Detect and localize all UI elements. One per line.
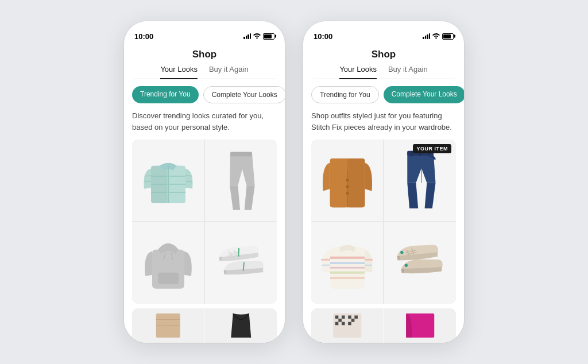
description-2: Shop outfits styled just for you featuri… bbox=[311, 110, 456, 133]
sweater-svg bbox=[319, 230, 376, 296]
leggings-svg bbox=[212, 148, 270, 213]
description-1: Discover trending looks curated for you,… bbox=[132, 110, 277, 133]
svg-rect-61 bbox=[338, 319, 342, 322]
peek-magenta-svg bbox=[395, 313, 446, 338]
svg-rect-14 bbox=[230, 152, 252, 157]
status-time-2: 10:00 bbox=[314, 32, 332, 41]
product-item-coat[interactable] bbox=[311, 140, 383, 221]
svg-rect-60 bbox=[342, 316, 345, 319]
svg-rect-16 bbox=[158, 273, 179, 284]
product-grid-1 bbox=[132, 140, 277, 304]
svg-rect-49 bbox=[322, 265, 330, 266]
phone-header-2: Shop Your Looks Buy it Again bbox=[303, 47, 464, 79]
jacket-svg bbox=[140, 148, 197, 213]
svg-rect-45 bbox=[330, 267, 365, 269]
tab-buy-again-1[interactable]: Buy it Again bbox=[209, 65, 249, 79]
signal-icon-2 bbox=[423, 33, 430, 39]
shop-title-1: Shop bbox=[133, 47, 276, 65]
product-item-jacket[interactable] bbox=[132, 140, 204, 221]
phone-1: 10:00 Shop Your Looks bbox=[124, 21, 285, 343]
svg-rect-32 bbox=[347, 158, 365, 207]
shop-title-2: Shop bbox=[312, 47, 455, 65]
filter-pills-2: Trending for You Complete Your Looks bbox=[311, 86, 456, 103]
peek-tank-svg bbox=[216, 313, 266, 338]
signal-icon bbox=[243, 33, 251, 39]
coat-svg bbox=[319, 148, 376, 213]
hoodie-svg bbox=[140, 230, 197, 296]
svg-rect-65 bbox=[335, 322, 339, 326]
wifi-icon bbox=[253, 33, 261, 39]
svg-rect-31 bbox=[330, 158, 347, 207]
phone-header-1: Shop Your Looks Buy it Again bbox=[124, 47, 285, 79]
bottom-peek-2 bbox=[311, 308, 456, 343]
pill-complete-1[interactable]: Complete Your Looks bbox=[203, 86, 285, 103]
tab-buy-again-2[interactable]: Buy it Again bbox=[388, 65, 428, 79]
pill-complete-2[interactable]: Complete Your Looks bbox=[384, 86, 464, 103]
status-bar-1: 10:00 bbox=[124, 21, 285, 47]
battery-icon bbox=[263, 33, 274, 40]
product-card-2: YOUR ITEM bbox=[311, 140, 456, 304]
peek-item-black bbox=[205, 308, 277, 343]
svg-rect-48 bbox=[321, 259, 330, 261]
svg-rect-67 bbox=[348, 322, 351, 326]
jeans-svg bbox=[392, 148, 449, 213]
phone-content-1: Trending for You Complete Your Looks Dis… bbox=[124, 79, 285, 343]
peek-jacket-svg bbox=[143, 313, 194, 338]
product-item-sneakers[interactable] bbox=[205, 222, 277, 304]
tab-your-looks-2[interactable]: Your Looks bbox=[339, 65, 377, 79]
peek-item-houndstooth bbox=[311, 308, 383, 343]
peek-item-magenta bbox=[384, 308, 456, 343]
sneakers2-svg bbox=[392, 230, 449, 296]
product-card-1 bbox=[132, 140, 277, 304]
bottom-peek-1 bbox=[132, 308, 277, 343]
svg-rect-62 bbox=[348, 316, 351, 319]
phone-content-2: Trending for You Complete Your Looks Sho… bbox=[303, 79, 464, 343]
svg-rect-63 bbox=[354, 316, 358, 319]
pill-trending-1[interactable]: Trending for You bbox=[132, 86, 199, 103]
sneakers-svg bbox=[212, 230, 270, 296]
svg-rect-44 bbox=[330, 262, 365, 264]
svg-rect-51 bbox=[365, 265, 372, 266]
svg-rect-64 bbox=[351, 319, 355, 322]
product-grid-2 bbox=[311, 140, 456, 304]
svg-rect-59 bbox=[335, 316, 339, 319]
svg-rect-47 bbox=[330, 277, 365, 279]
svg-rect-38 bbox=[410, 151, 412, 156]
pill-trending-2[interactable]: Trending for You bbox=[311, 86, 379, 103]
battery-icon-2 bbox=[442, 33, 454, 40]
status-icons-2 bbox=[423, 33, 454, 40]
peek-houndstooth-svg bbox=[322, 313, 373, 338]
status-icons-1 bbox=[243, 33, 274, 40]
svg-rect-43 bbox=[330, 257, 365, 259]
svg-rect-50 bbox=[365, 259, 373, 261]
peek-item-tan bbox=[132, 308, 204, 343]
product-item-sneakers-2[interactable] bbox=[384, 222, 456, 304]
product-item-sweater[interactable] bbox=[311, 222, 383, 304]
filter-pills-1: Trending for You Complete Your Looks bbox=[132, 86, 277, 103]
product-item-leggings[interactable] bbox=[205, 140, 277, 221]
wifi-icon-2 bbox=[432, 33, 440, 39]
svg-rect-66 bbox=[342, 322, 345, 326]
tabs-1: Your Looks Buy it Again bbox=[133, 65, 276, 79]
svg-rect-46 bbox=[330, 272, 365, 274]
status-time-1: 10:00 bbox=[134, 32, 153, 41]
your-item-badge: YOUR ITEM bbox=[413, 144, 451, 153]
tab-your-looks-1[interactable]: Your Looks bbox=[160, 65, 198, 79]
product-item-hoodie[interactable] bbox=[132, 222, 204, 304]
tabs-2: Your Looks Buy it Again bbox=[312, 65, 455, 79]
status-bar-2: 10:00 bbox=[303, 21, 464, 47]
phone-2: 10:00 Shop Your Looks bbox=[303, 21, 464, 343]
